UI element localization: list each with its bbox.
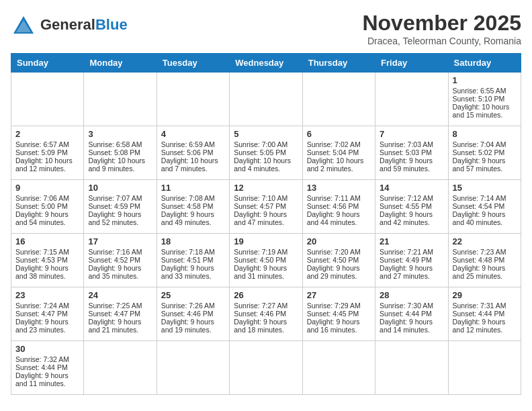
day-info-line: Daylight: 9 hours (380, 318, 443, 326)
location-subtitle: Dracea, Teleorman County, Romania (362, 36, 521, 46)
day-info-line: Daylight: 9 hours (380, 264, 443, 272)
day-info-line: Sunset: 5:09 PM (15, 148, 79, 156)
day-number: 9 (15, 183, 79, 193)
day-info-line: and 57 minutes. (453, 165, 517, 173)
week-row-1: 1Sunrise: 6:55 AMSunset: 5:10 PMDaylight… (11, 73, 521, 126)
day-info-line: Sunrise: 7:11 AM (307, 194, 371, 202)
day-info-line: Daylight: 10 hours (234, 156, 298, 165)
calendar-cell (230, 341, 302, 395)
day-info-line: Daylight: 9 hours (234, 318, 298, 326)
day-info-line: Daylight: 10 hours (453, 103, 517, 111)
day-info-line: and 42 minutes. (380, 218, 443, 226)
day-info-line: Sunset: 4:50 PM (234, 256, 298, 264)
day-number: 23 (15, 290, 79, 300)
col-header-sunday: Sunday (11, 54, 84, 73)
day-info-line: Daylight: 9 hours (453, 156, 517, 165)
day-number: 14 (380, 183, 443, 193)
day-info-line: Sunset: 4:54 PM (453, 202, 517, 210)
day-info-line: and 25 minutes. (453, 272, 517, 280)
calendar-header-row: SundayMondayTuesdayWednesdayThursdayFrid… (11, 54, 521, 73)
day-info-line: Sunset: 4:57 PM (234, 202, 298, 210)
calendar-cell (302, 73, 375, 126)
day-number: 10 (88, 183, 152, 193)
day-info-line: Sunset: 5:02 PM (453, 148, 517, 156)
day-info-line: and 23 minutes. (15, 326, 79, 334)
day-number: 5 (234, 129, 298, 139)
day-info-line: Sunset: 4:46 PM (234, 310, 298, 318)
day-info-line: Sunset: 4:48 PM (453, 256, 517, 264)
calendar-cell: 13Sunrise: 7:11 AMSunset: 4:56 PMDayligh… (302, 180, 375, 234)
week-row-4: 16Sunrise: 7:15 AMSunset: 4:53 PMDayligh… (11, 234, 521, 287)
day-info-line: Sunrise: 7:12 AM (380, 194, 443, 202)
day-info-line: Daylight: 9 hours (161, 264, 225, 272)
day-info-line: Sunrise: 6:59 AM (161, 140, 225, 148)
calendar-cell: 28Sunrise: 7:30 AMSunset: 4:44 PMDayligh… (375, 287, 448, 341)
logo-general: GeneralBlue (40, 17, 128, 32)
logo-blue: Blue (95, 16, 128, 33)
day-number: 18 (161, 236, 225, 246)
day-info-line: Daylight: 10 hours (307, 156, 371, 165)
calendar-cell: 25Sunrise: 7:26 AMSunset: 4:46 PMDayligh… (157, 287, 229, 341)
day-number: 29 (453, 290, 517, 300)
day-info-line: Daylight: 9 hours (15, 371, 79, 379)
day-info-line: Sunrise: 6:55 AM (453, 87, 517, 95)
day-info-line: Sunrise: 7:15 AM (15, 248, 79, 256)
day-number: 4 (161, 129, 225, 139)
week-row-5: 23Sunrise: 7:24 AMSunset: 4:47 PMDayligh… (11, 287, 521, 341)
day-number: 30 (15, 344, 79, 354)
calendar-cell: 20Sunrise: 7:20 AMSunset: 4:50 PMDayligh… (302, 234, 375, 287)
day-info-line: and 54 minutes. (15, 218, 79, 226)
day-info-line: Sunset: 5:00 PM (15, 202, 79, 210)
col-header-wednesday: Wednesday (230, 54, 302, 73)
day-info-line: Sunset: 4:59 PM (88, 202, 152, 210)
day-number: 25 (161, 290, 225, 300)
day-info-line: and 15 minutes. (453, 111, 517, 119)
day-info-line: Sunrise: 7:27 AM (234, 302, 298, 310)
calendar-cell: 23Sunrise: 7:24 AMSunset: 4:47 PMDayligh… (11, 287, 84, 341)
day-info-line: Sunrise: 7:29 AM (307, 302, 371, 310)
day-info-line: Sunset: 4:47 PM (88, 310, 152, 318)
day-info-line: Daylight: 9 hours (453, 318, 517, 326)
calendar-cell: 2Sunrise: 6:57 AMSunset: 5:09 PMDaylight… (11, 126, 84, 180)
day-number: 27 (307, 290, 371, 300)
month-title: November 2025 (362, 11, 521, 36)
day-info-line: Sunset: 4:53 PM (15, 256, 79, 264)
day-info-line: Sunset: 4:45 PM (307, 310, 371, 318)
calendar-cell: 11Sunrise: 7:08 AMSunset: 4:58 PMDayligh… (157, 180, 229, 234)
calendar-cell: 19Sunrise: 7:19 AMSunset: 4:50 PMDayligh… (230, 234, 302, 287)
day-info-line: Sunset: 5:03 PM (380, 148, 443, 156)
col-header-monday: Monday (84, 54, 157, 73)
day-number: 7 (380, 129, 443, 139)
day-info-line: Sunset: 4:47 PM (15, 310, 79, 318)
day-info-line: and 59 minutes. (380, 165, 443, 173)
day-number: 17 (88, 236, 152, 246)
day-info-line: and 18 minutes. (234, 326, 298, 334)
title-area: November 2025 Dracea, Teleorman County, … (362, 11, 521, 46)
day-info-line: Sunrise: 7:25 AM (88, 302, 152, 310)
calendar-cell: 18Sunrise: 7:18 AMSunset: 4:51 PMDayligh… (157, 234, 229, 287)
day-number: 3 (88, 129, 152, 139)
calendar-cell (375, 341, 448, 395)
day-info-line: and 40 minutes. (453, 218, 517, 226)
calendar-cell: 5Sunrise: 7:00 AMSunset: 5:05 PMDaylight… (230, 126, 302, 180)
day-info-line: Sunset: 4:44 PM (453, 310, 517, 318)
day-info-line: Sunrise: 7:10 AM (234, 194, 298, 202)
calendar-cell: 10Sunrise: 7:07 AMSunset: 4:59 PMDayligh… (84, 180, 157, 234)
day-info-line: Sunrise: 7:32 AM (15, 355, 79, 363)
day-number: 16 (15, 236, 79, 246)
calendar-cell: 12Sunrise: 7:10 AMSunset: 4:57 PMDayligh… (230, 180, 302, 234)
day-info-line: Sunrise: 7:20 AM (307, 248, 371, 256)
day-info-line: Sunset: 4:44 PM (380, 310, 443, 318)
day-info-line: Daylight: 9 hours (15, 210, 79, 218)
day-info-line: Daylight: 9 hours (88, 318, 152, 326)
day-info-line: Sunrise: 7:14 AM (453, 194, 517, 202)
day-info-line: Daylight: 9 hours (307, 210, 371, 218)
day-info-line: Daylight: 9 hours (307, 318, 371, 326)
day-info-line: and 2 minutes. (307, 165, 371, 173)
calendar-cell: 27Sunrise: 7:29 AMSunset: 4:45 PMDayligh… (302, 287, 375, 341)
week-row-6: 30Sunrise: 7:32 AMSunset: 4:44 PMDayligh… (11, 341, 521, 395)
col-header-thursday: Thursday (302, 54, 375, 73)
day-info-line: Sunset: 5:06 PM (161, 148, 225, 156)
calendar-cell: 7Sunrise: 7:03 AMSunset: 5:03 PMDaylight… (375, 126, 448, 180)
day-info-line: Daylight: 10 hours (161, 156, 225, 165)
